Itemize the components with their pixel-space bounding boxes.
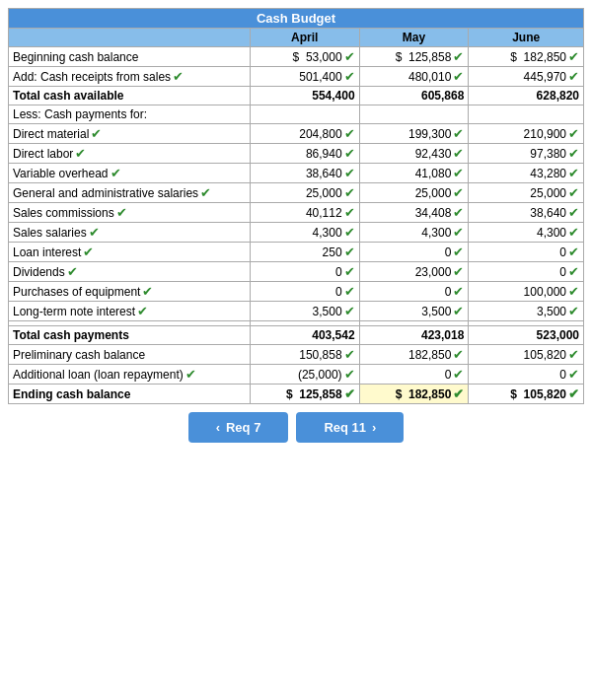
row-label: Beginning cash balance <box>9 47 251 67</box>
check-icon: ✔ <box>453 347 464 362</box>
may-value: 25,000✔ <box>359 183 469 203</box>
row-label: Purchases of equipment✔ <box>9 282 251 302</box>
april-value: 3,500✔ <box>250 302 359 321</box>
check-icon: ✔ <box>344 146 355 161</box>
chevron-right-icon: › <box>372 420 376 435</box>
may-value: 3,500✔ <box>359 302 469 321</box>
june-value: 100,000✔ <box>469 282 584 302</box>
row-label: Direct labor✔ <box>9 144 251 164</box>
row-label: General and administrative salaries✔ <box>9 183 251 203</box>
table-row: Direct labor✔86,940✔92,430✔97,380✔ <box>9 144 584 164</box>
check-icon: ✔ <box>344 264 355 279</box>
check-icon: ✔ <box>137 304 148 318</box>
june-value: 105,820✔ <box>469 345 584 365</box>
june-value: $ 105,820✔ <box>469 385 584 404</box>
check-icon: ✔ <box>568 304 579 318</box>
table-row: Ending cash balance$ 125,858✔$ 182,850✔$… <box>9 385 584 404</box>
check-icon: ✔ <box>75 146 86 161</box>
table-row: Sales commissions✔40,112✔34,408✔38,640✔ <box>9 203 584 223</box>
table-row: Beginning cash balance$ 53,000✔$ 125,858… <box>9 47 584 67</box>
prev-button[interactable]: ‹ Req 7 <box>188 412 289 443</box>
cash-budget-header: Cash Budget <box>9 9 584 29</box>
june-value: 0✔ <box>469 243 584 262</box>
table-row: Long-term note interest✔3,500✔3,500✔3,50… <box>9 302 584 321</box>
row-label: Less: Cash payments for: <box>9 105 251 124</box>
april-value: 86,940✔ <box>250 144 359 164</box>
check-icon: ✔ <box>200 185 211 200</box>
check-icon: ✔ <box>568 69 579 84</box>
check-icon: ✔ <box>344 304 355 318</box>
april-value: 40,112✔ <box>250 203 359 223</box>
row-label: Total cash available <box>9 87 251 105</box>
may-value <box>359 105 469 124</box>
april-value: 38,640✔ <box>250 164 359 183</box>
check-icon: ✔ <box>453 386 464 401</box>
april-value: 150,858✔ <box>250 345 359 365</box>
row-label: Total cash payments <box>9 326 251 345</box>
april-value: 501,400✔ <box>250 67 359 87</box>
check-icon: ✔ <box>453 205 464 220</box>
check-icon: ✔ <box>344 245 355 259</box>
april-value: 554,400 <box>250 87 359 105</box>
check-icon: ✔ <box>568 225 579 240</box>
table-row: Total cash available554,400605,868628,82… <box>9 87 584 105</box>
check-icon: ✔ <box>453 185 464 200</box>
check-icon: ✔ <box>568 245 579 259</box>
check-icon: ✔ <box>344 166 355 180</box>
check-icon: ✔ <box>453 166 464 180</box>
june-value: 523,000 <box>469 326 584 345</box>
table-row: Additional loan (loan repayment)✔(25,000… <box>9 365 584 385</box>
june-value: $ 182,850✔ <box>469 47 584 67</box>
table-row: Variable overhead✔38,640✔41,080✔43,280✔ <box>9 164 584 183</box>
check-icon: ✔ <box>568 126 579 141</box>
april-value: 403,542 <box>250 326 359 345</box>
table-row: Purchases of equipment✔0✔0✔100,000✔ <box>9 282 584 302</box>
april-value: $ 125,858✔ <box>250 385 359 404</box>
may-value: 92,430✔ <box>359 144 469 164</box>
chevron-left-icon: ‹ <box>216 420 220 435</box>
check-icon: ✔ <box>173 69 184 84</box>
june-value <box>469 105 584 124</box>
col-june: June <box>469 29 584 47</box>
may-value: $ 182,850✔ <box>359 385 469 404</box>
check-icon: ✔ <box>568 205 579 220</box>
april-value: (25,000)✔ <box>250 365 359 385</box>
col-april: April <box>250 29 359 47</box>
april-value: 250✔ <box>250 243 359 262</box>
may-value: 0✔ <box>359 282 469 302</box>
cash-budget-table: Cash Budget April May June Beginning cas… <box>8 8 584 404</box>
next-button[interactable]: Req 11 › <box>296 412 404 443</box>
next-label: Req 11 <box>324 420 366 435</box>
row-label: Dividends✔ <box>9 262 251 282</box>
navigation-buttons: ‹ Req 7 Req 11 › <box>8 412 584 443</box>
row-label: Preliminary cash balance <box>9 345 251 365</box>
check-icon: ✔ <box>344 205 355 220</box>
cash-budget-col-headers: April May June <box>9 29 584 47</box>
may-value: 0✔ <box>359 365 469 385</box>
check-icon: ✔ <box>568 264 579 279</box>
check-icon: ✔ <box>568 166 579 180</box>
may-value: 605,868 <box>359 87 469 105</box>
june-value: 628,820 <box>469 87 584 105</box>
check-icon: ✔ <box>185 367 196 382</box>
table-row: Less: Cash payments for: <box>9 105 584 124</box>
check-icon: ✔ <box>568 146 579 161</box>
check-icon: ✔ <box>568 386 579 401</box>
check-icon: ✔ <box>453 69 464 84</box>
check-icon: ✔ <box>453 49 464 64</box>
check-icon: ✔ <box>116 205 127 220</box>
april-value: $ 53,000✔ <box>250 47 359 67</box>
june-value: 25,000✔ <box>469 183 584 203</box>
april-value: 25,000✔ <box>250 183 359 203</box>
check-icon: ✔ <box>568 367 579 382</box>
june-value: 43,280✔ <box>469 164 584 183</box>
may-value: 34,408✔ <box>359 203 469 223</box>
col-may: May <box>359 29 469 47</box>
check-icon: ✔ <box>344 347 355 362</box>
check-icon: ✔ <box>83 245 94 259</box>
check-icon: ✔ <box>344 284 355 299</box>
may-value: $ 125,858✔ <box>359 47 469 67</box>
row-label: Add: Cash receipts from sales✔ <box>9 67 251 87</box>
april-value: 0✔ <box>250 262 359 282</box>
may-value: 423,018 <box>359 326 469 345</box>
